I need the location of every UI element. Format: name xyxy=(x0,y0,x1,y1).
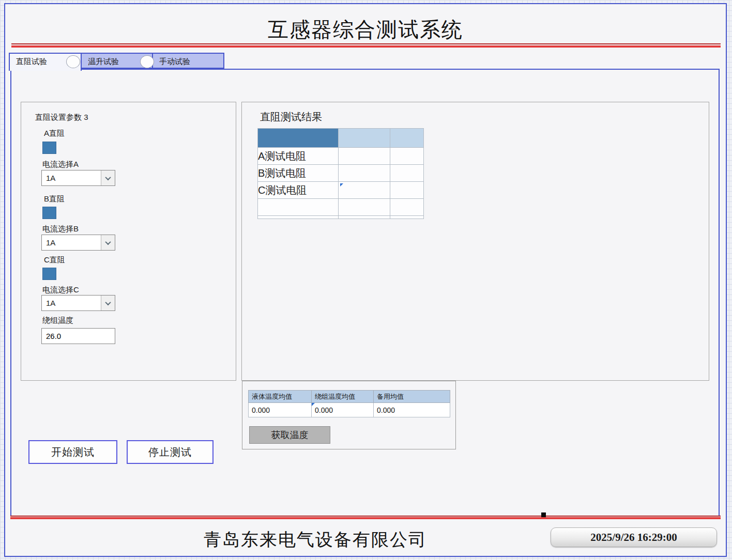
get-temperature-button[interactable]: 获取温度 xyxy=(249,426,330,444)
results-header-col2 xyxy=(339,129,390,148)
current-select-a[interactable]: 1A xyxy=(41,170,115,186)
result-cell[interactable] xyxy=(390,182,424,199)
indicator-c-status xyxy=(42,268,56,280)
current-select-a-label: 电流选择A xyxy=(42,160,79,169)
table-row-strip xyxy=(258,216,424,219)
temperature-header-row: 液体温度均值 绕组温度均值 备用均值 xyxy=(249,391,450,403)
radio-circle-icon xyxy=(66,55,80,68)
get-temperature-label: 获取温度 xyxy=(271,429,309,441)
chevron-down-icon[interactable] xyxy=(101,295,115,310)
main-window: 互感器综合测试系统 直阻试验 温升试验 手动试验 直阻设置参数 3 A直阻 电流… xyxy=(4,3,727,557)
tab-label: 手动试验 xyxy=(159,57,190,66)
winding-temp-input[interactable] xyxy=(41,328,115,344)
row-label-empty xyxy=(258,199,339,216)
result-cell[interactable] xyxy=(339,182,390,199)
row-label-a: A测试电阻 xyxy=(258,148,339,165)
strip-cell xyxy=(258,216,339,219)
chevron-down-icon[interactable] xyxy=(101,235,115,250)
table-row: B测试电阻 xyxy=(258,165,424,182)
start-test-label: 开始测试 xyxy=(51,445,95,459)
temperature-value-row: 0.000 0.000 0.000 xyxy=(249,403,450,417)
temp-col-winding: 绕组温度均值 xyxy=(312,391,374,403)
company-name: 青岛东来电气设备有限公司 xyxy=(5,528,626,552)
table-row: A测试电阻 xyxy=(258,148,424,165)
results-table: A测试电阻 B测试电阻 C测试电阻 xyxy=(257,128,424,219)
current-select-c-label: 电流选择C xyxy=(42,285,79,295)
result-cell[interactable] xyxy=(390,148,424,165)
current-select-b[interactable]: 1A xyxy=(41,235,115,251)
indicator-a-status xyxy=(42,142,56,154)
row-label-c: C测试电阻 xyxy=(258,182,339,199)
tab-label: 温升试验 xyxy=(88,57,119,66)
black-marker xyxy=(541,512,546,517)
temp-col-liquid: 液体温度均值 xyxy=(249,391,312,403)
result-cell[interactable] xyxy=(339,199,390,216)
temp-value-spare[interactable]: 0.000 xyxy=(374,403,450,417)
chevron-down-icon[interactable] xyxy=(101,170,115,185)
table-row xyxy=(258,199,424,216)
results-header-row xyxy=(258,129,424,148)
tab-label: 直阻试验 xyxy=(16,57,47,66)
result-cell[interactable] xyxy=(339,165,390,182)
datetime-text: 2025/9/26 16:29:00 xyxy=(590,531,677,544)
cell-corner-marker-icon xyxy=(312,403,315,406)
strip-cell xyxy=(339,216,390,219)
tab-manual-test[interactable]: 手动试验 xyxy=(152,53,224,69)
results-title: 直阻测试结果 xyxy=(260,110,322,124)
top-divider-line xyxy=(11,45,721,48)
winding-temp-label: 绕组温度 xyxy=(42,316,73,325)
stop-test-button[interactable]: 停止测试 xyxy=(127,440,213,464)
params-title: 直阻设置参数 3 xyxy=(35,113,88,122)
current-select-b-label: 电流选择B xyxy=(42,224,79,234)
start-test-button[interactable]: 开始测试 xyxy=(28,440,117,464)
result-cell[interactable] xyxy=(339,148,390,165)
current-select-c[interactable]: 1A xyxy=(41,295,115,311)
results-header-col3 xyxy=(390,129,424,148)
indicator-a-label: A直阻 xyxy=(44,129,65,138)
datetime-display: 2025/9/26 16:29:00 xyxy=(551,527,717,547)
indicator-b-status xyxy=(42,207,56,219)
bottom-divider-line xyxy=(10,517,721,519)
current-select-b-value: 1A xyxy=(42,238,101,247)
result-cell[interactable] xyxy=(390,199,424,216)
cell-corner-marker-icon xyxy=(340,183,343,186)
indicator-b-label: B直阻 xyxy=(44,194,65,204)
temp-value-winding[interactable]: 0.000 xyxy=(312,403,374,417)
radio-circle-icon xyxy=(140,55,154,68)
row-label-b: B测试电阻 xyxy=(258,165,339,182)
indicator-c-label: C直阻 xyxy=(44,255,65,265)
bottom-divider-line-dark xyxy=(10,516,721,517)
current-select-c-value: 1A xyxy=(42,299,101,307)
temp-col-spare: 备用均值 xyxy=(374,391,450,403)
temp-value-liquid[interactable]: 0.000 xyxy=(249,403,312,417)
current-select-a-value: 1A xyxy=(42,174,101,182)
results-header-corner xyxy=(258,129,339,148)
top-divider-line-dark xyxy=(11,43,721,44)
strip-cell xyxy=(390,216,424,219)
temperature-table: 液体温度均值 绕组温度均值 备用均值 0.000 0.000 0.000 xyxy=(248,390,450,417)
page-title: 互感器综合测试系统 xyxy=(5,15,726,44)
stop-test-label: 停止测试 xyxy=(148,445,192,459)
result-cell[interactable] xyxy=(390,165,424,182)
